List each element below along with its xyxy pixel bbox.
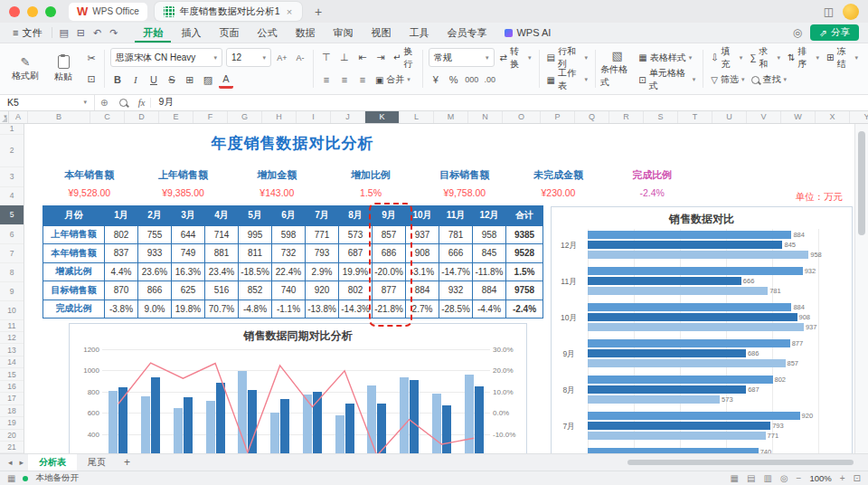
find-button[interactable]: 查找 ▾ [750,71,788,89]
decrease-indent-button[interactable]: ⇤ [355,51,370,65]
row-header-7[interactable]: 7 [0,244,24,263]
table-header-cell[interactable]: 7月 [306,205,339,225]
share-button[interactable]: ⇗ 分享 [810,24,859,41]
table-cell[interactable]: 837 [105,244,138,263]
table-cell[interactable]: 995 [239,225,272,244]
table-cell[interactable]: 749 [172,244,205,263]
table-cell[interactable]: 9385 [506,225,543,244]
row-header-18[interactable]: 18 [0,405,24,417]
menu-tab[interactable]: 视图 [363,23,399,43]
table-header-cell[interactable]: 11月 [439,205,473,225]
column-header-L[interactable]: L [400,111,434,123]
table-cell[interactable]: 19.8% [172,300,205,319]
table-cell[interactable]: -18.5% [239,262,272,281]
row-header-13[interactable]: 13 [0,344,24,356]
table-cell[interactable]: 666 [439,244,473,263]
maximize-window-button[interactable] [45,6,56,17]
table-cell[interactable]: 644 [172,225,205,244]
decimal-button[interactable]: .00 [483,72,497,87]
fullscreen-icon[interactable]: ⊡ [854,473,861,483]
font-color-button[interactable]: A [219,71,233,89]
table-header-cell[interactable]: 2月 [138,205,172,225]
column-header-F[interactable]: F [193,111,228,123]
table-cell[interactable]: 870 [105,281,138,300]
column-header-W[interactable]: W [781,111,816,123]
table-header-cell[interactable]: 合计 [506,205,543,225]
table-cell[interactable]: 884 [473,281,506,300]
column-header-J[interactable]: J [331,111,365,123]
sort-button[interactable]: ⇅ 排序 ▾ [786,49,821,66]
horizontal-scrollbar-thumb[interactable] [627,460,854,465]
table-cell[interactable]: -13.8% [306,300,339,319]
row-header-8[interactable]: 8 [0,263,24,282]
table-cell[interactable]: 9758 [506,281,543,300]
convert-button[interactable]: ⇄ 转换 ▾ [498,49,533,66]
table-row-label[interactable]: 完成比例 [43,300,105,319]
table-cell[interactable]: 4.4% [105,262,138,281]
menu-tab[interactable]: 插入 [173,23,209,43]
name-box[interactable]: K5 ▾ [0,95,95,110]
menu-tab[interactable]: 公式 [249,23,285,43]
table-row-label[interactable]: 本年销售额 [43,244,105,263]
column-header-E[interactable]: E [159,111,193,123]
table-header-cell[interactable]: 月份 [43,205,105,225]
conditional-format-button[interactable]: ▧ 条件格式 [600,46,634,90]
table-cell[interactable]: -21.8% [373,300,406,319]
row-header-1[interactable]: 1 [0,124,24,135]
row-header-6[interactable]: 6 [0,225,24,244]
filter-button[interactable]: ▽ 筛选 ▾ [709,71,746,89]
row-header-3[interactable]: 3 [0,167,24,187]
row-header-20[interactable]: 20 [0,430,24,442]
table-cell[interactable]: 2.9% [306,262,339,281]
column-header-B[interactable]: B [28,111,90,123]
table-cell[interactable]: 625 [172,281,205,300]
sheet-canvas[interactable]: 年度销售数据对比分析 本年销售额¥9,528.00上年销售额¥9,385.00增… [24,124,854,454]
merge-cells-button[interactable]: ▣ 合并 ▾ [373,71,412,89]
percent-format-button[interactable]: % [447,72,461,87]
column-header-U[interactable]: U [712,111,747,123]
row-header-15[interactable]: 15 [0,368,24,380]
row-header-5[interactable]: 5 [0,205,24,225]
increase-indent-button[interactable]: ⇥ [373,51,388,65]
zoom-in-button[interactable]: + [840,473,845,483]
row-header-17[interactable]: 17 [0,393,24,404]
row-header-21[interactable]: 21 [0,442,24,453]
fill-button[interactable]: ⇩ 填充 ▾ [709,49,744,66]
combo-chart[interactable]: 销售数据同期对比分析 120030.0%100020.0%80010.0%600… [69,323,527,454]
thousands-format-button[interactable]: 000 [465,72,479,87]
zoom-level[interactable]: 100% [809,473,831,483]
table-cell[interactable]: -1.1% [272,300,306,319]
table-style-button[interactable]: ▦ 表格样式 ▾ [637,49,693,66]
table-cell[interactable]: 881 [205,244,239,263]
menu-tab[interactable]: 会员专享 [439,23,495,43]
close-tab-icon[interactable]: × [286,6,293,17]
table-cell[interactable]: 573 [339,225,373,244]
cell-mode-icon[interactable]: ▦ [7,473,15,483]
align-bottom-button[interactable]: ⊥ [337,51,352,65]
column-header-G[interactable]: G [228,111,262,123]
align-center-button[interactable]: ≡ [337,72,352,87]
add-sheet-button[interactable]: + [118,456,136,469]
column-header-R[interactable]: R [609,111,644,123]
page-layout-view-icon[interactable]: ▤ [747,473,755,483]
column-header-I[interactable]: I [297,111,331,123]
vertical-scrollbar-thumb[interactable] [858,131,865,235]
menu-tab[interactable]: 审阅 [325,23,361,43]
table-cell[interactable]: 771 [306,225,339,244]
italic-button[interactable]: I [128,72,143,87]
table-row-label[interactable]: 增减比例 [43,262,105,281]
zoom-out-button[interactable]: − [797,473,802,483]
document-tab[interactable]: 年度销售数据对比分析1 × [155,2,302,21]
align-left-button[interactable]: ≡ [319,72,334,87]
table-cell[interactable]: 9.0% [138,300,172,319]
table-cell[interactable]: -2.4% [506,300,543,319]
fill-color-button[interactable]: ▨ [201,72,215,87]
row-header-9[interactable]: 9 [0,282,24,301]
format-painter-button[interactable]: ✎ 格式刷 [7,46,43,90]
table-cell[interactable]: 866 [138,281,172,300]
freeze-panes-button[interactable]: ⊞ 冻结 ▾ [825,49,860,66]
column-header-C[interactable]: C [90,111,125,123]
table-cell[interactable]: 2.7% [406,300,439,319]
table-header-cell[interactable]: 1月 [105,205,138,225]
layout-toggle-icon[interactable]: ◫ [824,5,834,18]
